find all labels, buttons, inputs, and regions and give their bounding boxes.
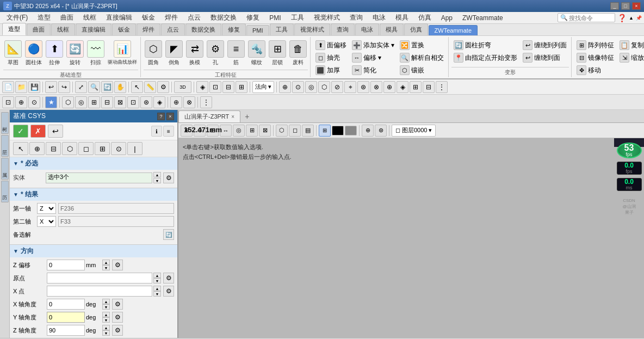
origin-gear[interactable]: ⚙: [163, 273, 174, 283]
tb2-snap-point[interactable]: ⊕: [15, 96, 27, 108]
ribbon-btn-array-feat[interactable]: ⊞ 阵列特征: [574, 39, 616, 51]
x-angle-spin-up[interactable]: ▲: [102, 299, 110, 304]
ribbon-tab-zwteammate[interactable]: ZWTeammate: [429, 25, 478, 35]
tb2-snap-midpoint[interactable]: ⊙: [28, 96, 40, 108]
tb2-snap-on[interactable]: ⊕: [170, 96, 182, 108]
close-button[interactable]: ×: [632, 2, 641, 10]
solid-input[interactable]: 选中3个: [46, 172, 152, 183]
z-angle-input[interactable]: [47, 325, 85, 336]
vpt-nav7[interactable]: ⊠: [259, 125, 271, 137]
ribbon-btn-offset[interactable]: ↔ 偏移 ▾: [350, 52, 397, 64]
tb-btn-c[interactable]: ◎: [305, 81, 317, 93]
y-angle-input[interactable]: [47, 312, 85, 323]
tb-btn-a[interactable]: ⊕: [279, 81, 291, 93]
solid-gear[interactable]: ⚙: [163, 172, 174, 183]
ribbon-tab-elec[interactable]: 电泳: [355, 23, 379, 35]
tb-rotate[interactable]: 🔄: [101, 81, 113, 93]
side-icon-layer[interactable]: 层: [1, 135, 9, 157]
ribbon-tab-surface[interactable]: 曲面: [27, 23, 51, 35]
y-angle-spin-down[interactable]: ▼: [102, 317, 110, 323]
ribbon-btn-rib[interactable]: ≡ 筋: [226, 39, 246, 67]
menu-file[interactable]: 文件(F): [2, 12, 32, 23]
axis2-select[interactable]: XYZ: [37, 216, 56, 227]
vpt-layer-select[interactable]: ◻ 图层0000 ▾: [392, 125, 436, 137]
tb-zoom-in[interactable]: 🔍: [88, 81, 100, 93]
tb-3d[interactable]: 3D: [174, 81, 191, 93]
tb-btn-h[interactable]: ⊗: [370, 81, 382, 93]
tb-view-front[interactable]: ⊟: [222, 81, 234, 93]
x-angle-input[interactable]: [47, 299, 85, 310]
section-direction-header[interactable]: ▼ 方向: [10, 245, 177, 257]
title-controls[interactable]: _ □ ×: [610, 2, 641, 10]
panel-cancel-button[interactable]: ✗: [30, 125, 46, 138]
ribbon-btn-face-offset[interactable]: ⬆ 面偏移: [313, 39, 349, 51]
menu-point-cloud[interactable]: 点云: [183, 12, 205, 23]
ribbon-tab-visual[interactable]: 视觉样式: [294, 23, 330, 35]
xpoint-spin-up[interactable]: ▲: [153, 286, 161, 291]
ribbon-tab-repair[interactable]: 修复: [222, 23, 246, 35]
ribbon-btn-add-solid[interactable]: ➕ 添加实体 ▾: [350, 39, 397, 51]
menu-pmi[interactable]: PMI: [265, 13, 285, 23]
ribbon-tab-pmi[interactable]: PMI: [246, 25, 269, 35]
vpt-icons[interactable]: ⊕: [362, 125, 374, 137]
tb-undo[interactable]: ↩: [45, 81, 57, 93]
tb-btn-e[interactable]: ⊘: [331, 81, 343, 93]
tb2-more[interactable]: ⋮: [200, 96, 212, 108]
axis1-select[interactable]: ZXY: [37, 203, 56, 214]
menu-app[interactable]: App: [437, 13, 457, 23]
maximize-button[interactable]: □: [621, 2, 630, 10]
tb2-btn-e[interactable]: ⊠: [114, 96, 126, 108]
tb2-btn-d[interactable]: ⊟: [101, 96, 113, 108]
origin-spin-up[interactable]: ▲: [153, 273, 161, 278]
ribbon-btn-waste[interactable]: 🗑 废料: [288, 39, 308, 67]
ribbon-btn-replace[interactable]: 🔀 置换: [398, 39, 446, 51]
ribbon-btn-wrap-face[interactable]: ↩ 缠绕到面: [521, 52, 569, 64]
pib-point[interactable]: ⊕: [29, 142, 45, 155]
ribbon-tab-wireframe[interactable]: 线框: [51, 23, 75, 35]
ribbon-tab-tools[interactable]: 工具: [270, 23, 294, 35]
tb-select[interactable]: ↖: [131, 81, 143, 93]
tb-open[interactable]: 📁: [15, 81, 27, 93]
ribbon-tab-query[interactable]: 查询: [331, 23, 355, 35]
z-offset-gear[interactable]: ⚙: [112, 260, 123, 270]
tb-btn-g[interactable]: ⊛: [357, 81, 369, 93]
ribbon-btn-scale[interactable]: ⇲ 缩放: [617, 52, 644, 64]
tb-btn-f[interactable]: ⌖: [344, 81, 356, 93]
xpoint-gear[interactable]: ⚙: [163, 286, 174, 297]
tb-view-iso[interactable]: ◈: [196, 81, 208, 93]
section-required-header[interactable]: ▼ * 必选: [10, 157, 177, 170]
ribbon-tab-pointcloud[interactable]: 点云: [161, 23, 185, 35]
ribbon-btn-mirror-feat[interactable]: ⊟ 镜像特征: [574, 52, 616, 64]
panel-ok-button[interactable]: ✓: [13, 125, 28, 138]
xpoint-spin-down[interactable]: ▼: [153, 291, 161, 297]
tb-new[interactable]: 📄: [2, 81, 14, 93]
solid-spin-down[interactable]: ▼: [153, 178, 161, 183]
tb2-snap-grid[interactable]: ⊡: [2, 96, 14, 108]
tb2-btn-b[interactable]: ◎: [75, 96, 87, 108]
z-angle-spin-up[interactable]: ▲: [102, 325, 110, 330]
ribbon-minimize-button[interactable]: ▲: [629, 15, 634, 21]
pib-body[interactable]: ⊞: [95, 142, 110, 155]
tb-pan[interactable]: ✋: [114, 81, 126, 93]
tb2-btn-h[interactable]: ◈: [153, 96, 165, 108]
tb-btn-i[interactable]: ⊕: [383, 81, 395, 93]
vpt-display3[interactable]: ▤: [302, 125, 314, 137]
origin-input[interactable]: [47, 273, 152, 283]
z-offset-spin-up[interactable]: ▲: [102, 260, 110, 265]
tb-btn-l[interactable]: ⊟: [423, 81, 435, 93]
panel-close-button[interactable]: ×: [166, 113, 174, 120]
menu-repair[interactable]: 修复: [242, 12, 264, 23]
menu-zwteammate[interactable]: ZWTeammate: [458, 13, 507, 23]
ribbon-btn-revolve[interactable]: 🔄 旋转: [65, 39, 85, 67]
ribbon-tab-direct[interactable]: 直接编辑: [76, 23, 112, 35]
ribbon-btn-cylinder-bend[interactable]: 🔄 圆柱折弯: [451, 39, 519, 51]
tb2-btn-f[interactable]: ⊡: [127, 96, 139, 108]
menu-sheet-metal[interactable]: 钣金: [138, 12, 159, 23]
vpt-color1[interactable]: [332, 126, 344, 135]
pib-axis[interactable]: |: [127, 142, 143, 155]
z-angle-gear[interactable]: ⚙: [112, 325, 123, 336]
ribbon-btn-swap[interactable]: ⇄ 换模: [185, 39, 205, 67]
pib-edge[interactable]: ⊟: [46, 142, 61, 155]
solid-spin-up[interactable]: ▲: [153, 172, 161, 177]
tb-btn-b[interactable]: ⊙: [292, 81, 304, 93]
